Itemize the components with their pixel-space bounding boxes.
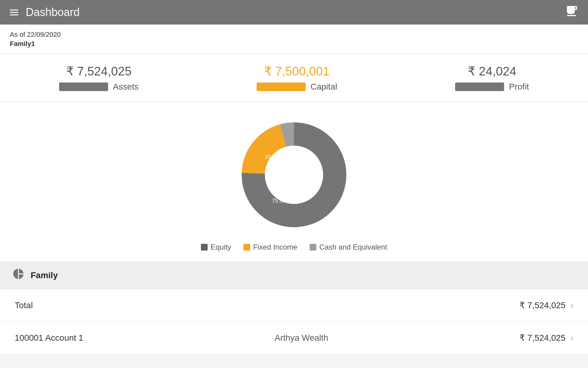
equity-dot: [201, 244, 208, 251]
capital-bar: [257, 82, 306, 91]
header-left: Dashboard: [10, 6, 80, 19]
cash-legend-label: Cash and Equivalent: [319, 243, 387, 251]
donut-svg: 75.6% 20.0%: [236, 117, 352, 233]
cash-dot: [310, 244, 316, 251]
legend-equity: Equity: [201, 243, 231, 251]
account-right: ₹ 7,524,025 ›: [519, 333, 573, 343]
capital-bottom: Capital: [257, 82, 337, 92]
legend-fixed-income: Fixed Income: [243, 243, 297, 251]
news-icon[interactable]: [565, 4, 578, 21]
summary-section: ₹ 7,524,025 Assets ₹ 7,500,001 Capital ₹…: [0, 54, 588, 102]
account-id-label: 100001 Account 1: [15, 333, 83, 343]
account-row[interactable]: 100001 Account 1 Arthya Wealth ₹ 7,524,0…: [0, 322, 588, 354]
header: Dashboard: [0, 0, 588, 25]
fixed-income-dot: [243, 244, 250, 251]
total-chevron-icon: ›: [571, 301, 573, 310]
chart-legend: Equity Fixed Income Cash and Equivalent: [201, 243, 387, 251]
profit-bar: [455, 82, 504, 91]
pie-mini-icon: [12, 268, 24, 283]
family-name-label: Family1: [10, 40, 578, 48]
equity-label: 75.6%: [272, 197, 288, 204]
profit-bottom: Profit: [455, 82, 529, 92]
chart-section: 75.6% 20.0% Equity Fixed Income Cash and…: [0, 102, 588, 262]
donut-chart: 75.6% 20.0%: [236, 117, 352, 233]
assets-amount: ₹ 7,524,025: [66, 64, 132, 78]
assets-bottom: Assets: [59, 82, 139, 92]
assets-bar: [59, 82, 108, 91]
hamburger-icon[interactable]: [10, 10, 18, 15]
total-right: ₹ 7,524,025 ›: [519, 300, 573, 310]
assets-card: ₹ 7,524,025 Assets: [59, 64, 139, 92]
account-chevron-icon: ›: [571, 333, 573, 343]
date-label: As of 22/09/2020: [10, 31, 578, 39]
total-amount: ₹ 7,524,025: [519, 300, 565, 310]
capital-amount: ₹ 7,500,001: [264, 64, 330, 78]
assets-label: Assets: [113, 82, 139, 92]
capital-label: Capital: [311, 82, 337, 92]
fixed-income-legend-label: Fixed Income: [253, 243, 297, 251]
account-amount: ₹ 7,524,025: [519, 333, 565, 343]
info-bar: As of 22/09/2020 Family1: [0, 25, 588, 54]
total-row[interactable]: Total ₹ 7,524,025 ›: [0, 289, 588, 322]
profit-card: ₹ 24,024 Profit: [455, 64, 529, 92]
fixed-income-label: 20.0%: [265, 154, 280, 160]
family-section-header: Family: [0, 262, 588, 289]
total-label: Total: [15, 301, 33, 310]
profit-amount: ₹ 24,024: [468, 64, 516, 78]
account-manager-label: Arthya Wealth: [275, 333, 328, 343]
capital-card: ₹ 7,500,001 Capital: [257, 64, 337, 92]
page-title: Dashboard: [26, 6, 80, 19]
equity-legend-label: Equity: [211, 243, 231, 251]
family-section-label: Family: [31, 270, 58, 280]
legend-cash: Cash and Equivalent: [310, 243, 387, 251]
profit-label: Profit: [509, 82, 529, 92]
